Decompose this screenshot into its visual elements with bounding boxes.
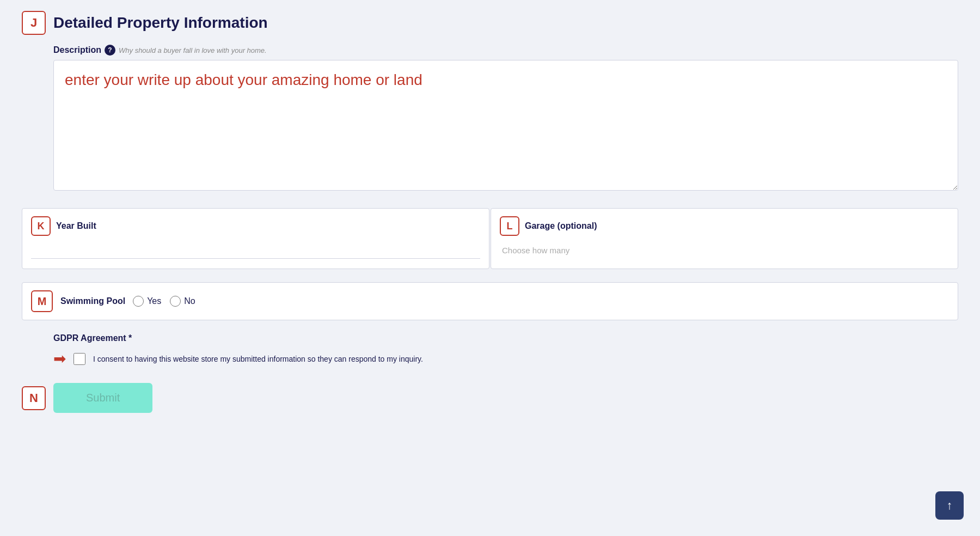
help-icon[interactable]: ? <box>105 45 115 56</box>
section-m-badge: M <box>31 290 53 312</box>
description-label-row: Description ? Why should a buyer fall in… <box>53 45 958 56</box>
garage-label: Garage (optional) <box>525 221 597 231</box>
garage-field: L Garage (optional) Choose how many 0 1 … <box>491 208 958 269</box>
section-j-header: J Detailed Property Information <box>22 11 958 35</box>
section-k-badge: K <box>31 216 51 236</box>
page-container: J Detailed Property Information Descript… <box>0 0 980 536</box>
gdpr-consent-text: I consent to having this website store m… <box>93 355 423 363</box>
description-textarea[interactable] <box>53 60 958 191</box>
swimming-pool-yes-text: Yes <box>147 296 161 306</box>
swimming-pool-radio-group: Yes No <box>133 296 195 307</box>
garage-header: L Garage (optional) <box>500 216 949 236</box>
year-built-field: K Year Built <box>22 208 489 269</box>
swimming-pool-yes-radio[interactable] <box>133 296 144 307</box>
year-built-input[interactable] <box>31 242 480 259</box>
submit-button[interactable]: Submit <box>53 383 152 413</box>
help-text: Why should a buyer fall in love with you… <box>119 46 267 54</box>
swimming-pool-no-text: No <box>184 296 195 306</box>
arrow-icon: ➡ <box>53 350 66 368</box>
gdpr-consent-row: ➡ I consent to having this website store… <box>53 350 958 368</box>
gdpr-checkbox[interactable] <box>74 353 85 365</box>
swimming-pool-label: Swimming Pool <box>60 296 125 306</box>
gdpr-title: GDPR Agreement * <box>53 333 958 343</box>
submit-row: N Submit <box>22 383 958 413</box>
scroll-to-top-button[interactable]: ↑ <box>935 491 964 520</box>
swimming-pool-row: M Swimming Pool Yes No <box>22 282 958 320</box>
section-l-badge: L <box>500 216 519 236</box>
year-built-header: K Year Built <box>31 216 480 236</box>
section-j-badge: J <box>22 11 46 35</box>
swimming-pool-no-label[interactable]: No <box>170 296 195 307</box>
scroll-to-top-icon: ↑ <box>947 498 953 513</box>
year-built-label: Year Built <box>56 221 96 231</box>
section-n-badge: N <box>22 386 46 410</box>
swimming-pool-no-radio[interactable] <box>170 296 181 307</box>
swimming-pool-yes-label[interactable]: Yes <box>133 296 161 307</box>
year-garage-row: K Year Built L Garage (optional) Choose … <box>22 208 958 269</box>
description-label: Description <box>53 45 101 55</box>
gdpr-section: GDPR Agreement * ➡ I consent to having t… <box>22 333 958 368</box>
description-textarea-wrapper <box>53 60 958 193</box>
section-j-title: Detailed Property Information <box>53 14 268 32</box>
garage-select[interactable]: Choose how many 0 1 2 3 4+ <box>500 242 949 258</box>
